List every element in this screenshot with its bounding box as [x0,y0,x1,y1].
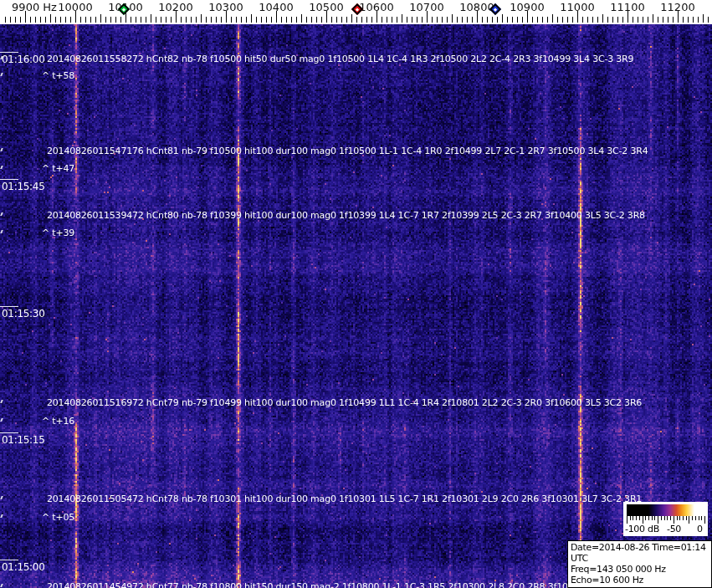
freq-tick [241,17,242,23]
freq-tick [246,17,247,23]
freq-tick-label: 11200 [660,1,694,13]
freq-tick [412,17,412,23]
time-label: 01:15:15 [2,434,45,446]
freq-tick [638,17,638,23]
freq-tick [346,17,347,23]
detection-time-marker: ^ t+39 [42,228,74,238]
edge-tick [0,73,3,76]
colorbar-tick [658,516,658,524]
marker-green-center [122,8,125,12]
freq-tick [487,17,488,23]
freq-tick [587,17,588,23]
freq-tick [311,17,312,23]
colorbar-tick [674,516,674,524]
colorbar-tick [670,516,671,520]
freq-tick [698,17,699,23]
freq-tick [557,17,558,23]
colorbar-labels: -100 dB -50 0 [623,524,708,534]
freq-tick [110,17,111,23]
freq-tick [382,17,382,23]
freq-tick [547,17,548,23]
freq-tick-label: 10800 [459,1,494,13]
freq-tick [336,17,337,23]
freq-tick [30,17,31,23]
time-label: 01:16:00 [2,54,45,65]
time-tick [0,306,18,307]
freq-tick [90,17,91,23]
freq-tick [5,17,6,23]
freq-tick [146,17,146,23]
freq-tick [351,14,352,23]
colorbar-legend: -100 dB -50 0 [623,502,708,536]
freq-tick [497,17,498,23]
time-label: 01:15:30 [2,308,45,320]
spectrogram-app: 01:16:0001:15:4501:15:3001:15:1501:15:00… [0,0,712,588]
colorbar-label-min: -100 dB [625,524,659,534]
time-tick [0,560,18,560]
freq-tick [392,17,392,23]
freq-tick [643,17,643,23]
freq-tick [85,17,86,23]
freq-tick [366,17,367,23]
freq-tick [115,17,116,23]
freq-tick [658,17,658,23]
freq-tick-label: 10900 [510,1,544,13]
freq-tick [407,17,407,23]
colorbar-tick [701,516,702,520]
freq-tick [552,14,553,23]
colorbar-tick [643,516,643,524]
marker-blue-center [494,8,497,12]
detection-text: 20140826011547176 hCnt81 nb-79 f10500 hi… [47,146,648,156]
freq-tick [402,14,402,23]
time-tick [0,179,18,180]
freq-tick [321,17,322,23]
detection-text: 20140826011558272 hCnt82 nb-78 f10500 hi… [47,54,633,64]
freq-tick [161,17,161,23]
freq-tick [316,17,317,23]
detection-time-marker: ^ t+05 [42,512,74,523]
status-info-box: Date=2014-08-26 Time=01:14 UTC Freq=143 … [567,540,712,588]
freq-tick [522,17,523,23]
freq-tick-label: 11100 [610,1,644,13]
freq-tick [211,17,212,23]
colorbar-tick [667,516,668,520]
freq-tick [271,17,272,23]
freq-tick [60,17,61,23]
freq-tick [693,17,694,23]
freq-tick [417,17,417,23]
freq-tick [542,17,543,23]
colorbar-tick [677,516,678,520]
freq-tick [537,17,538,23]
freq-tick [181,17,182,23]
freq-tick [191,17,192,23]
freq-tick [261,17,262,23]
spectrogram-overlay: 01:16:0001:15:4501:15:3001:15:1501:15:00… [0,24,712,588]
freq-tick [291,17,292,23]
detection-text: 20140826011505472 hCnt78 nb-78 f10301 hi… [47,493,642,504]
freq-tick [703,14,704,23]
colorbar-gradient [627,504,704,516]
freq-tick [131,17,131,23]
freq-tick [567,17,568,23]
colorbar-tick [689,516,689,524]
freq-tick [482,17,483,23]
frequency-axis: 9900 Hz100001010010200103001040010500106… [0,0,712,24]
colorbar-tick [654,516,655,520]
freq-tick [231,17,232,23]
freq-tick [80,17,81,23]
freq-tick [356,17,357,23]
freq-tick [708,17,709,23]
freq-tick [256,17,257,23]
marker-red-center [356,8,359,12]
freq-tick [602,14,603,23]
colorbar-tick [645,516,646,520]
colorbar-tick [627,516,627,524]
freq-tick-label: 10000 [58,1,92,13]
freq-tick [65,17,66,23]
freq-tick [688,17,689,23]
freq-tick [673,17,674,23]
freq-tick [663,17,663,23]
freq-tick [562,17,563,23]
freq-tick [442,17,443,23]
freq-tick [301,14,302,23]
